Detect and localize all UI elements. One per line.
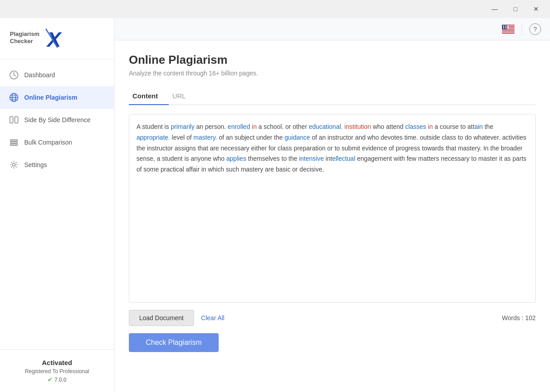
svg-rect-12 (10, 140, 18, 141)
svg-text:Plagiarism: Plagiarism (10, 31, 40, 37)
columns-icon (9, 115, 19, 125)
sidebar-item-settings[interactable]: Settings (0, 154, 114, 176)
svg-rect-10 (10, 117, 13, 123)
svg-text:X: X (46, 28, 62, 51)
tab-content[interactable]: Content (129, 88, 169, 105)
load-document-button[interactable]: Load Document (129, 310, 194, 326)
version-number: 7.0.0 (54, 377, 66, 383)
tab-url[interactable]: URL (169, 88, 197, 105)
sidebar-item-dashboard-label: Dashboard (24, 71, 55, 79)
check-plagiarism-button[interactable]: Check Plagiarism (129, 333, 219, 352)
sidebar-item-dashboard[interactable]: Dashboard (0, 64, 114, 86)
svg-point-15 (13, 163, 15, 166)
version-info: ✔ 7.0.0 (9, 376, 105, 383)
tabs-container: Content URL (129, 88, 536, 105)
page-title: Online Plagiarism (129, 53, 536, 67)
gear-icon (9, 160, 19, 170)
svg-text:Checker: Checker (10, 38, 33, 44)
close-button[interactable]: ✕ (526, 2, 546, 16)
help-button[interactable]: ? (529, 23, 541, 35)
svg-rect-20 (502, 29, 515, 30)
svg-rect-11 (15, 117, 18, 123)
sidebar-item-side-by-side[interactable]: Side By Side Difference (0, 109, 114, 131)
main-content: ★★★ ★★★ ? Online Plagiarism Analyze the … (114, 18, 550, 392)
clear-all-button[interactable]: Clear All (201, 314, 224, 322)
content-text-area[interactable]: A student is primarily an person. enroll… (129, 114, 536, 303)
page-subtitle: Analyze the content through 16+ billion … (129, 70, 536, 77)
sidebar: Plagiarism Checker X Dashboard (0, 18, 114, 392)
globe-icon (9, 92, 19, 102)
sidebar-item-online-plagiarism[interactable]: Online Plagiarism (0, 86, 114, 109)
sidebar-logo: Plagiarism Checker X (0, 18, 114, 59)
top-bar: ★★★ ★★★ ? (114, 18, 550, 40)
content-text: A student is primarily an person. enroll… (136, 122, 528, 175)
word-count: Words : 102 (502, 314, 536, 322)
svg-rect-14 (10, 144, 18, 145)
bottom-bar: Load Document Clear All Words : 102 (129, 310, 536, 326)
activation-status: Activated (9, 359, 105, 366)
layers-icon (9, 137, 19, 147)
svg-rect-21 (502, 31, 515, 31)
sidebar-nav: Dashboard Online Plagiarism (0, 59, 114, 349)
sidebar-footer: Activated Registered To Professional ✔ 7… (0, 349, 114, 392)
sidebar-item-side-by-side-label: Side By Side Difference (24, 116, 91, 123)
title-bar: — □ ✕ (0, 0, 550, 18)
page-content: Online Plagiarism Analyze the content th… (114, 40, 550, 392)
minimize-button[interactable]: — (484, 2, 505, 16)
maximize-button[interactable]: □ (505, 2, 526, 16)
sidebar-item-settings-label: Settings (24, 161, 47, 168)
svg-rect-22 (502, 32, 515, 33)
sidebar-item-online-plagiarism-label: Online Plagiarism (24, 94, 77, 101)
registration-info: Registered To Professional (9, 368, 105, 374)
svg-text:★★★: ★★★ (502, 25, 509, 27)
sidebar-item-bulk-comparison[interactable]: Bulk Comparison (0, 131, 114, 154)
svg-rect-13 (10, 142, 18, 143)
check-icon: ✔ (48, 376, 53, 383)
sidebar-item-bulk-comparison-label: Bulk Comparison (24, 139, 72, 146)
dashboard-icon (9, 70, 19, 80)
language-flag-icon[interactable]: ★★★ ★★★ (502, 25, 515, 34)
topbar-separator (522, 24, 522, 35)
app-container: Plagiarism Checker X Dashboard (0, 18, 550, 392)
